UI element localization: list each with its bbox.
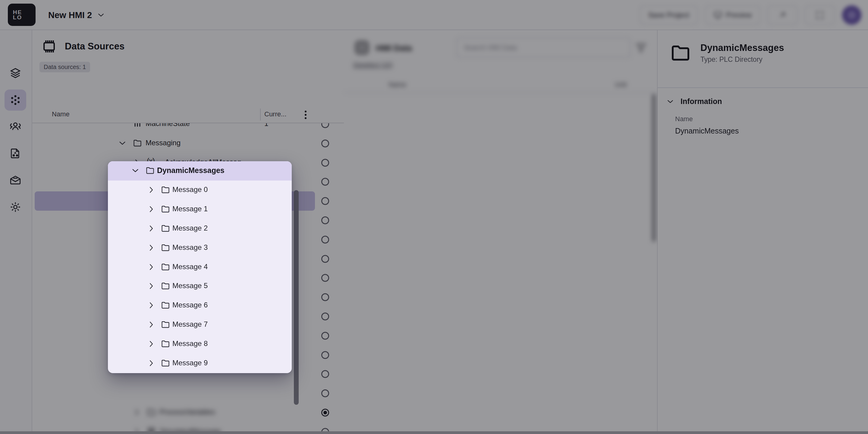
chevron-down-icon[interactable]	[131, 167, 139, 175]
folder-icon	[146, 166, 155, 175]
chevron-right-icon[interactable]	[147, 282, 155, 290]
tree-row-message-3[interactable]: Message 3	[108, 239, 292, 258]
tree-row-message-7[interactable]: Message 7	[108, 315, 292, 335]
folder-icon	[161, 262, 170, 271]
tree-row-message-1[interactable]: Message 1	[108, 200, 292, 219]
folder-icon	[161, 339, 170, 348]
tree-row-dynamicmessages[interactable]: DynamicMessages	[108, 161, 292, 181]
tree-row-message-0[interactable]: Message 0	[108, 181, 292, 200]
chevron-right-icon[interactable]	[147, 186, 155, 194]
tree-row-message-4[interactable]: Message 4	[108, 258, 292, 277]
folder-icon	[161, 320, 170, 329]
folder-icon	[161, 204, 170, 213]
tree-row-message-5[interactable]: Message 5	[108, 277, 292, 296]
chevron-right-icon[interactable]	[147, 301, 155, 309]
chevron-right-icon[interactable]	[147, 205, 155, 213]
folder-icon	[161, 301, 170, 310]
chevron-right-icon[interactable]	[147, 224, 155, 232]
dynamic-messages-popover: DynamicMessages Message 0Message 1Messag…	[108, 161, 292, 373]
tree-row-message-6[interactable]: Message 6	[108, 296, 292, 315]
folder-icon	[161, 243, 170, 252]
chevron-right-icon[interactable]	[147, 340, 155, 348]
chevron-right-icon[interactable]	[147, 263, 155, 271]
folder-icon	[161, 224, 170, 233]
app-root: HELO New HMI 2 Save Project Preview	[0, 0, 868, 434]
chevron-right-icon[interactable]	[147, 244, 155, 252]
folder-icon	[161, 281, 170, 290]
folder-icon	[161, 358, 170, 367]
folder-icon	[161, 185, 170, 194]
tree-row-message-8[interactable]: Message 8	[108, 335, 292, 354]
tree-row-message-9[interactable]: Message 9	[108, 354, 292, 373]
chevron-right-icon[interactable]	[147, 359, 155, 367]
tree-row-message-2[interactable]: Message 2	[108, 219, 292, 239]
chevron-right-icon[interactable]	[147, 321, 155, 329]
